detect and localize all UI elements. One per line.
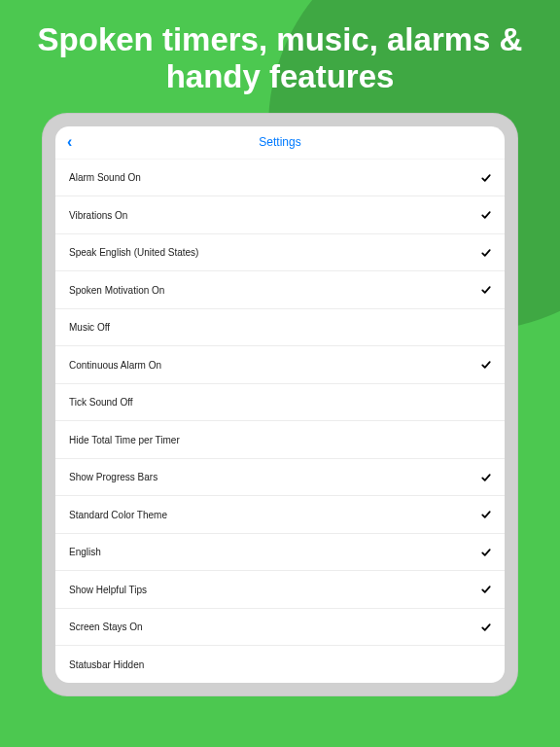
setting-row[interactable]: Continuous Alarm On [55, 346, 505, 384]
setting-label: Tick Sound Off [69, 397, 133, 408]
setting-label: Vibrations On [69, 210, 127, 221]
setting-label: Continuous Alarm On [69, 360, 161, 371]
check-icon [481, 248, 491, 258]
check-icon [481, 622, 491, 632]
check-icon [481, 473, 491, 482]
setting-label: Alarm Sound On [69, 172, 141, 183]
setting-label: Standard Color Theme [69, 510, 167, 520]
check-icon [481, 360, 491, 370]
navigation-bar: ‹ Settings [55, 126, 505, 160]
screen: ‹ Settings Alarm Sound OnVibrations OnSp… [55, 126, 505, 683]
setting-row[interactable]: English [55, 534, 505, 572]
setting-label: Screen Stays On [69, 622, 143, 632]
setting-label: Spoken Motivation On [69, 285, 164, 296]
setting-label: Music Off [69, 322, 110, 333]
setting-row[interactable]: Music Off [55, 309, 505, 347]
setting-label: Statusbar Hidden [69, 659, 144, 670]
setting-row[interactable]: Alarm Sound On [55, 160, 505, 197]
setting-label: Hide Total Time per Timer [69, 435, 180, 445]
check-icon [481, 548, 491, 557]
setting-row[interactable]: Show Progress Bars [55, 459, 505, 497]
setting-label: Speak English (United States) [69, 247, 198, 258]
setting-row[interactable]: Screen Stays On [55, 609, 505, 647]
check-icon [481, 585, 491, 594]
setting-label: Show Progress Bars [69, 472, 158, 482]
check-icon [481, 173, 491, 183]
setting-row[interactable]: Show Helpful Tips [55, 571, 505, 609]
setting-row[interactable]: Speak English (United States) [55, 234, 505, 272]
check-icon [481, 510, 491, 519]
device-frame: ‹ Settings Alarm Sound OnVibrations OnSp… [42, 113, 518, 696]
setting-label: Show Helpful Tips [69, 585, 147, 595]
nav-title: Settings [259, 135, 300, 149]
marketing-headline: Spoken timers, music, alarms & handy fea… [0, 0, 560, 113]
setting-row[interactable]: Spoken Motivation On [55, 271, 505, 309]
setting-row[interactable]: Standard Color Theme [55, 496, 505, 534]
back-button[interactable]: ‹ [67, 133, 72, 151]
setting-row[interactable]: Statusbar Hidden [55, 646, 505, 683]
check-icon [481, 210, 491, 220]
setting-row[interactable]: Tick Sound Off [55, 384, 505, 422]
setting-row[interactable]: Vibrations On [55, 196, 505, 234]
setting-label: English [69, 547, 101, 557]
check-icon [481, 285, 491, 295]
setting-row[interactable]: Hide Total Time per Timer [55, 421, 505, 459]
settings-list: Alarm Sound OnVibrations OnSpeak English… [55, 160, 505, 683]
